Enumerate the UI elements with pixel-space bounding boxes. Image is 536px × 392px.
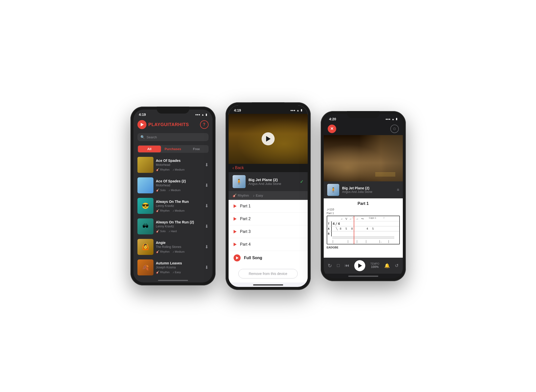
app-title-guitar: GUITAR xyxy=(160,122,178,127)
download-icon[interactable]: ⬇ xyxy=(205,183,209,188)
song-info-artist: Angus And Julia Stone xyxy=(342,190,394,194)
a-label: A xyxy=(327,227,331,230)
song-title: Always On The Run (2) xyxy=(156,220,202,224)
symbol-5: 〜 xyxy=(361,217,364,221)
home-indicator-3 xyxy=(348,276,378,277)
search-placeholder: Search xyxy=(147,135,157,139)
list-item[interactable]: 😎 Always On The Run Lenny Kravitz 🎸 Rhyt… xyxy=(133,196,213,216)
video-thumb-small[interactable] xyxy=(324,135,403,181)
song-thumbnail: 🍂 xyxy=(137,259,153,275)
equalizer-icon[interactable]: ≡ xyxy=(397,188,399,192)
help-button[interactable]: ? xyxy=(200,120,209,129)
song-style: 🎸 Solo xyxy=(156,189,166,192)
list-item[interactable]: 🕶 Always On The Run (2) Lenny Kravitz 🎸 … xyxy=(133,216,213,236)
download-icon[interactable]: ⬇ xyxy=(205,203,209,209)
song-title: Ace Of Spades xyxy=(156,159,202,163)
downloaded-check-icon: ✓ xyxy=(300,179,304,184)
song-info-text: Big Jet Plane (2) Angus And Julia Stone xyxy=(342,186,394,194)
song-style: 🎸 Rhythm xyxy=(156,271,170,274)
song-artist: Motorhead xyxy=(156,163,202,167)
song-difficulty: ♪ Medium xyxy=(172,209,185,212)
close-button[interactable]: ✕ xyxy=(328,125,336,133)
settings-button[interactable]: ⊙ xyxy=(390,125,399,133)
measure-number-1: 1 xyxy=(352,217,353,219)
bell-icon[interactable]: 🔔 xyxy=(384,263,390,268)
video-thumbnail[interactable] xyxy=(229,114,308,164)
song-thumbnail: 🙆 xyxy=(137,239,153,255)
video-play-button[interactable] xyxy=(262,132,275,145)
list-item[interactable]: 🙆 Angie The Rolling Stones 🎸 Rhythm ♪ Me… xyxy=(133,237,213,257)
app-title-play: PLAY xyxy=(148,122,160,127)
part-item-4[interactable]: Part 4 xyxy=(229,238,308,251)
list-item[interactable]: 🍂 Autumn Leaves Joseph Kosma 🎸 Rhythm ♪ … xyxy=(133,257,213,277)
part-item-3[interactable]: Part 3 xyxy=(229,225,308,238)
symbol-4: ⌐ xyxy=(357,217,359,221)
song-info: Autumn Leaves Joseph Kosma 🎸 Rhythm ♪ Ea… xyxy=(156,261,202,274)
play-button[interactable] xyxy=(354,260,365,271)
part-label-3: Part 3 xyxy=(240,229,251,234)
download-icon[interactable]: ⬇ xyxy=(205,244,209,250)
download-icon[interactable]: ⬇ xyxy=(205,265,209,270)
download-icon[interactable]: ⬇ xyxy=(205,162,209,168)
time-2: 4:19 xyxy=(234,108,241,112)
part-play-icon xyxy=(234,243,237,246)
remove-container: Remove from this device xyxy=(229,269,308,278)
song-thumbnail: 🕶 xyxy=(137,218,153,234)
list-item[interactable]: Ace Of Spades (2) Motorhead 🎸 Solo ♪ Med… xyxy=(133,175,213,195)
song-difficulty: ♪ Medium xyxy=(169,189,181,192)
app-title: PLAYGUITARHITS xyxy=(148,122,189,127)
tab-notation-area: Part 1 ♩=110 Part 1 Capo 1 1 2 xyxy=(324,198,403,258)
app-logo xyxy=(137,120,146,129)
part-play-icon xyxy=(234,217,237,221)
a-content: ╲ 8 5 8 4 5 xyxy=(332,227,399,230)
detail-thumbnail: 🧍 xyxy=(233,175,246,188)
song-title: Ace Of Spades (2) xyxy=(156,179,202,183)
part-label-display: Part 1 xyxy=(327,212,400,215)
full-song-item[interactable]: Full Song xyxy=(229,251,308,265)
symbol-1: ⌐ xyxy=(341,217,343,221)
signal-icon-1: ●●● xyxy=(195,113,200,116)
part-label-2: Part 2 xyxy=(240,217,251,221)
measure-number-2: 2 xyxy=(383,217,384,219)
back-chevron-icon: ‹ xyxy=(233,165,234,171)
part-play-icon xyxy=(234,230,237,233)
home-indicator-1 xyxy=(158,280,188,281)
history-icon[interactable]: ↺ xyxy=(395,263,399,268)
filter-all[interactable]: All xyxy=(138,146,161,152)
play-icon xyxy=(141,123,144,126)
notation-symbols-row: ⌐ V ⌐ ⌐ 〜 xyxy=(327,216,399,221)
tempo-value: ♩=110 xyxy=(327,208,334,211)
back-label[interactable]: Back xyxy=(235,166,244,170)
app-title-hits: HITS xyxy=(178,122,189,127)
back-nav: ‹ Back xyxy=(229,164,308,172)
song-difficulty: ♪ Medium xyxy=(172,250,185,253)
song-artist: Joseph Kosma xyxy=(156,266,202,269)
filter-free[interactable]: Free xyxy=(185,146,208,152)
part-item-1[interactable]: Part 1 xyxy=(229,200,308,213)
phone3-header: ✕ ⊙ xyxy=(324,123,403,135)
song-info: Ace Of Spades Motorhead 🎸 Rhythm ♪ Mediu… xyxy=(156,159,202,171)
full-song-play-icon xyxy=(236,256,239,259)
parts-list: Part 1 Part 2 Part 3 Part 4 xyxy=(229,200,308,282)
song-thumbnail xyxy=(137,157,153,173)
phone-2-notch xyxy=(252,102,284,109)
signal-icon-2: ●●● xyxy=(290,109,295,112)
capo-label: Capo 1 xyxy=(369,217,376,219)
a-string: A ╲ 8 5 8 4 5 xyxy=(327,226,399,231)
song-info: Always On The Run (2) Lenny Kravitz 🎸 So… xyxy=(156,220,202,233)
song-tags: 🎸 Rhythm ♪ Medium xyxy=(156,250,202,253)
download-icon[interactable]: ⬇ xyxy=(205,224,209,229)
wifi-icon-2: ▲ xyxy=(297,109,299,112)
tempo-display-bar: TEMPO 100% xyxy=(370,262,379,269)
filter-purchases[interactable]: Purchases xyxy=(161,146,185,152)
skip-back-icon[interactable]: ⏮ xyxy=(345,263,349,268)
remove-from-device-button[interactable]: Remove from this device xyxy=(238,269,297,278)
list-item[interactable]: Ace Of Spades Motorhead 🎸 Rhythm ♪ Mediu… xyxy=(133,155,213,175)
filter-tabs: All Purchases Free xyxy=(137,145,209,153)
part-item-2[interactable]: Part 2 xyxy=(229,213,308,225)
loop-icon[interactable]: ↻ xyxy=(328,263,332,269)
home-indicator-2 xyxy=(253,284,283,285)
layout-icon[interactable]: □ xyxy=(337,263,340,268)
song-style-tag: 🎸 Rhythm xyxy=(233,194,249,197)
search-bar[interactable]: 🔍 Search xyxy=(137,133,209,141)
